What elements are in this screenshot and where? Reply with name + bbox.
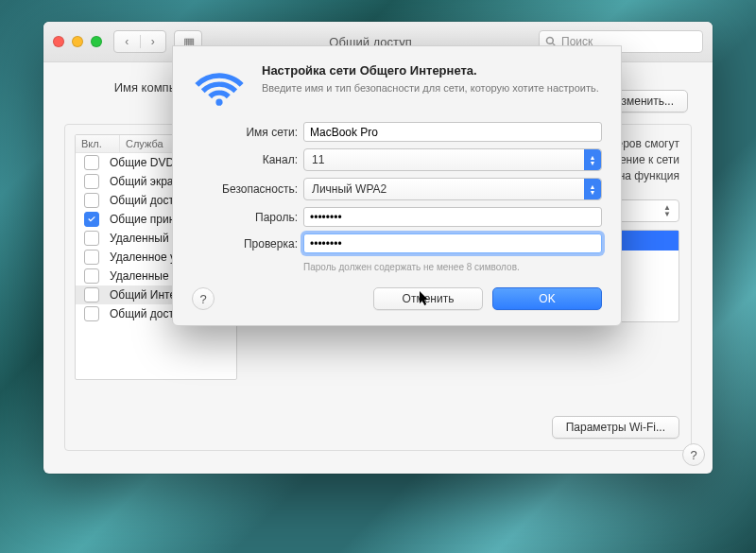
col-service: Служба xyxy=(120,135,169,152)
window-controls xyxy=(53,36,102,47)
security-select[interactable]: Личный WPA2 ▲▼ xyxy=(303,178,602,200)
cancel-button[interactable]: Отменить xyxy=(373,287,483,310)
service-checkbox[interactable] xyxy=(84,212,99,227)
nav-back-forward[interactable]: ‹ › xyxy=(113,30,166,53)
col-on: Вкл. xyxy=(76,135,120,152)
verify-input[interactable] xyxy=(303,233,602,253)
service-checkbox[interactable] xyxy=(84,193,99,208)
service-checkbox[interactable] xyxy=(84,231,99,246)
minimize-window-button[interactable] xyxy=(72,36,83,47)
sheet-help-button[interactable]: ? xyxy=(192,287,215,310)
service-checkbox[interactable] xyxy=(84,287,99,302)
chevron-left-icon[interactable]: ‹ xyxy=(114,35,141,48)
password-label: Пароль: xyxy=(192,211,303,224)
security-value: Личный WPA2 xyxy=(312,182,387,196)
help-button[interactable]: ? xyxy=(682,443,705,466)
service-checkbox[interactable] xyxy=(84,268,99,284)
verify-label: Проверка: xyxy=(192,237,303,251)
chevrons-icon: ▲▼ xyxy=(584,149,601,170)
channel-select[interactable]: 11 ▲▼ xyxy=(303,148,602,171)
sheet-title: Настройка сети Общего Интернета. xyxy=(262,63,599,78)
service-checkbox[interactable] xyxy=(84,155,99,170)
service-checkbox[interactable] xyxy=(84,250,99,265)
sheet-header: Настройка сети Общего Интернета. Введите… xyxy=(192,63,602,107)
ok-button[interactable]: OK xyxy=(492,287,602,310)
chevron-right-icon[interactable]: › xyxy=(141,35,166,48)
zoom-window-button[interactable] xyxy=(91,36,102,47)
ssid-label: Имя сети: xyxy=(192,126,303,139)
password-hint: Пароль должен содержать не менее 8 симво… xyxy=(303,262,602,272)
service-checkbox[interactable] xyxy=(84,174,99,189)
sheet-form: Имя сети: Канал: 11 ▲▼ Безопасность: Лич… xyxy=(192,122,602,272)
wifi-options-button[interactable]: Параметры Wi-Fi... xyxy=(552,416,679,439)
channel-label: Канал: xyxy=(192,153,303,166)
sheet-subtitle: Введите имя и тип безопасности для сети,… xyxy=(262,81,599,95)
sheet-footer: ? Отменить OK xyxy=(192,287,602,310)
channel-value: 11 xyxy=(312,153,324,166)
chevrons-icon: ▲▼ xyxy=(584,179,601,199)
security-label: Безопасность: xyxy=(192,182,303,196)
wifi-config-sheet: Настройка сети Общего Интернета. Введите… xyxy=(172,45,622,326)
stepper-icon: ▲▼ xyxy=(663,203,675,218)
service-checkbox[interactable] xyxy=(84,306,99,321)
close-window-button[interactable] xyxy=(53,36,64,47)
ssid-input[interactable] xyxy=(303,122,602,142)
password-input[interactable] xyxy=(303,207,602,227)
wifi-icon xyxy=(192,63,247,107)
